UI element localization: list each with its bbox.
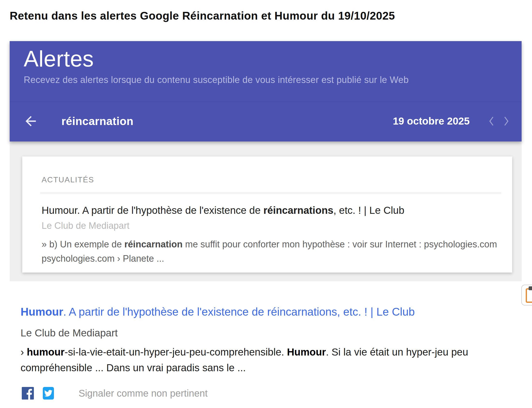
result-snippet-prefix: › <box>21 346 27 358</box>
alerts-tagline: Recevez des alertes lorsque du contenu s… <box>24 75 507 85</box>
result-snippet-bold1: humour <box>27 346 65 358</box>
news-headline-bold: réincarnations <box>263 204 333 216</box>
google-alerts-widget: Alertes Recevez des alertes lorsque du c… <box>10 41 522 281</box>
news-snippet-pre: » b) Un exemple de <box>42 239 124 249</box>
divider <box>40 192 501 194</box>
chevron-right-icon[interactable] <box>502 115 511 128</box>
news-source: Le Club de Mediapart <box>42 221 501 231</box>
result-title-rest: . A partir de l'hypothèse de l'existence… <box>63 306 415 318</box>
clipboard-clip-icon <box>529 286 532 290</box>
chevron-left-icon[interactable] <box>487 115 496 128</box>
clipboard-side-button[interactable] <box>521 285 532 306</box>
report-irrelevant-link[interactable]: Signaler comme non pertinent <box>79 388 208 399</box>
alerts-header: Alertes Recevez des alertes lorsque du c… <box>10 41 522 142</box>
result-title-bold: Humour <box>21 306 63 318</box>
result-source: Le Club de Mediapart <box>21 327 504 339</box>
social-row: Signaler comme non pertinent <box>21 387 504 400</box>
news-headline-link[interactable]: Humour. A partir de l'hypothèse de l'exi… <box>42 204 501 216</box>
result-snippet-mid: -si-la-vie-etait-un-hyper-jeu-peu-compre… <box>65 346 287 358</box>
search-result: Humour. A partir de l'hypothèse de l'exi… <box>21 305 504 400</box>
news-headline-post: , etc. ! | Le Club <box>333 204 404 216</box>
news-card: ACTUALITÉS Humour. A partir de l'hypothè… <box>22 156 512 272</box>
clipboard-icon <box>526 288 532 303</box>
result-title-link[interactable]: Humour. A partir de l'hypothèse de l'exi… <box>21 305 504 319</box>
news-headline-pre: Humour. A partir de l'hypothèse de l'exi… <box>42 204 263 216</box>
alert-date-label: 19 octobre 2025 <box>393 115 470 127</box>
result-snippet: › humour-si-la-vie-etait-un-hyper-jeu-pe… <box>21 344 492 376</box>
page-title: Retenu dans les alertes Google Réincarna… <box>10 9 395 22</box>
alerts-body-section: ACTUALITÉS Humour. A partir de l'hypothè… <box>10 142 522 281</box>
result-snippet-bold2: Humour <box>287 346 326 358</box>
alerts-app-title: Alertes <box>24 46 507 71</box>
alert-query-label: réincarnation <box>61 115 134 128</box>
news-section-label: ACTUALITÉS <box>42 175 501 184</box>
news-snippet-bold: réincarnation <box>124 239 183 249</box>
back-arrow-icon[interactable] <box>23 113 38 129</box>
twitter-icon[interactable] <box>43 387 54 400</box>
news-snippet: » b) Un exemple de réincarnation me suff… <box>42 237 499 266</box>
alert-nav-bar: réincarnation 19 octobre 2025 <box>10 102 522 142</box>
facebook-icon[interactable] <box>22 387 34 400</box>
